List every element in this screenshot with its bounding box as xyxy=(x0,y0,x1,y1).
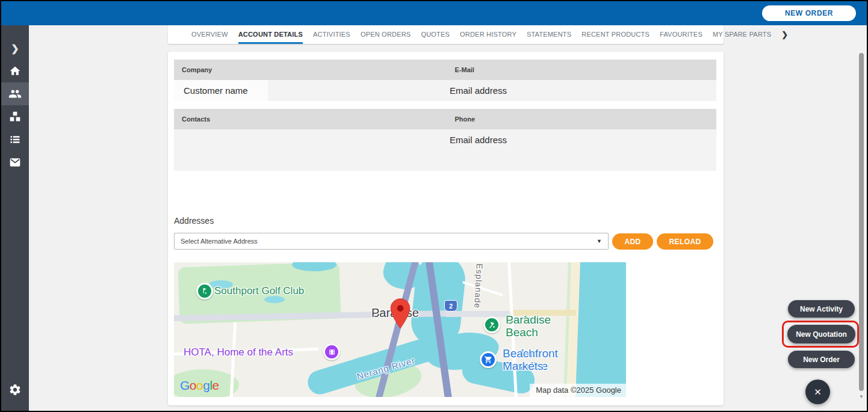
markets-poi[interactable] xyxy=(480,351,497,368)
route-2-shield: 2 xyxy=(444,300,457,312)
vertical-scrollbar[interactable] xyxy=(859,53,864,391)
reload-button[interactable]: RELOAD xyxy=(657,233,713,250)
theater-icon xyxy=(328,348,336,356)
sidebar-item-settings[interactable] xyxy=(1,378,29,401)
sidebar-item-mail[interactable] xyxy=(1,151,29,174)
hota-label: HOTA, Home of the Arts xyxy=(184,346,293,358)
tab-account-details[interactable]: ACCOUNT DETAILS xyxy=(238,25,303,44)
google-logo: Google xyxy=(180,378,219,393)
mail-icon xyxy=(9,156,21,168)
email-header: E-Mail xyxy=(445,66,717,73)
gear-icon xyxy=(8,383,22,396)
markets-label-line2: Beachfront Markets xyxy=(503,347,558,372)
app-window: NEW ORDER ❯ OVERVIEW ACCOUNT DETAILS ACT… xyxy=(0,0,868,412)
map-road xyxy=(446,311,513,317)
hota-poi[interactable] xyxy=(323,343,340,360)
tabs-overflow-chevron-icon[interactable]: ❯ xyxy=(781,30,788,39)
shopping-cart-icon xyxy=(484,355,492,364)
table-data-row-1: Customer name Email address xyxy=(174,80,716,101)
sidebar-expand-button[interactable]: ❯ xyxy=(1,37,29,60)
people-icon xyxy=(8,87,22,100)
table-header-row-2: Contacts Phone xyxy=(174,109,716,129)
sidebar-item-home[interactable] xyxy=(1,60,29,82)
new-quotation-button[interactable]: New Quotation xyxy=(787,325,855,343)
tab-favourites[interactable]: FAVOURITES xyxy=(660,25,702,44)
sidebar-item-lists[interactable] xyxy=(1,128,29,151)
table-data-row-2: Email address xyxy=(174,129,716,171)
top-navigation-bar: NEW ORDER xyxy=(1,1,867,25)
tab-quotes[interactable]: QUOTES xyxy=(421,25,450,44)
golf-club-poi[interactable] xyxy=(196,283,213,300)
select-value: Select Alternative Address xyxy=(181,238,258,245)
tab-overview[interactable]: OVERVIEW xyxy=(191,25,228,44)
tab-activities[interactable]: ACTIVITIES xyxy=(313,25,350,44)
company-value[interactable]: Customer name xyxy=(174,80,268,101)
new-order-fab-button[interactable]: New Order xyxy=(788,351,855,368)
company-header: Company xyxy=(174,66,445,73)
tab-my-spare-parts[interactable]: MY SPARE PARTS xyxy=(713,25,771,44)
golf-icon xyxy=(200,287,209,295)
tab-recent-products[interactable]: RECENT PRODUCTS xyxy=(581,25,649,44)
beach-label-line2: Paradise Beach xyxy=(506,313,551,339)
scrollbar-down-arrow-icon[interactable]: ▼ xyxy=(859,394,864,399)
list-icon xyxy=(9,134,21,146)
tab-open-orders[interactable]: OPEN ORDERS xyxy=(361,25,411,44)
account-tabs: OVERVIEW ACCOUNT DETAILS ACTIVITIES OPEN… xyxy=(168,25,724,44)
account-details-panel: Company E-Mail Customer name Email addre… xyxy=(168,52,724,405)
map-pin-icon[interactable] xyxy=(389,298,412,330)
email-value: Email address xyxy=(450,80,507,101)
new-order-button[interactable]: NEW ORDER xyxy=(762,5,856,21)
beach-flag-icon xyxy=(488,321,496,329)
tab-statements[interactable]: STATEMENTS xyxy=(527,25,571,44)
beach-poi[interactable] xyxy=(483,316,500,333)
sidebar: ❯ xyxy=(1,25,29,411)
table-header-row-1: Company E-Mail xyxy=(174,60,716,80)
close-fab-button[interactable]: ✕ xyxy=(805,380,830,404)
close-icon: ✕ xyxy=(814,387,822,397)
map-ocean xyxy=(574,262,626,397)
google-map[interactable]: Esplanade 2 Nerang River Surfers Paradis… xyxy=(174,262,626,397)
add-button[interactable]: ADD xyxy=(612,233,653,250)
home-icon xyxy=(9,65,21,77)
contacts-header: Contacts xyxy=(174,115,445,123)
golf-club-label: Southport Golf Club xyxy=(214,285,304,297)
phone-header: Phone xyxy=(445,115,717,123)
chevron-right-icon: ❯ xyxy=(11,43,19,54)
sidebar-item-customers[interactable] xyxy=(1,82,29,105)
sidebar-item-products[interactable] xyxy=(1,105,29,128)
addresses-section-title: Addresses xyxy=(174,216,214,226)
new-activity-button[interactable]: New Activity xyxy=(788,300,855,318)
esplanade-road-label: Esplanade xyxy=(473,263,485,309)
boxes-icon xyxy=(9,111,21,123)
tab-order-history[interactable]: ORDER HISTORY xyxy=(460,25,516,44)
alternative-address-select[interactable]: Select Alternative Address ▼ xyxy=(174,233,609,250)
chevron-down-icon: ▼ xyxy=(597,238,602,244)
map-attribution: Map data ©2025 Google xyxy=(530,384,626,397)
phone-value: Email address xyxy=(450,135,507,145)
